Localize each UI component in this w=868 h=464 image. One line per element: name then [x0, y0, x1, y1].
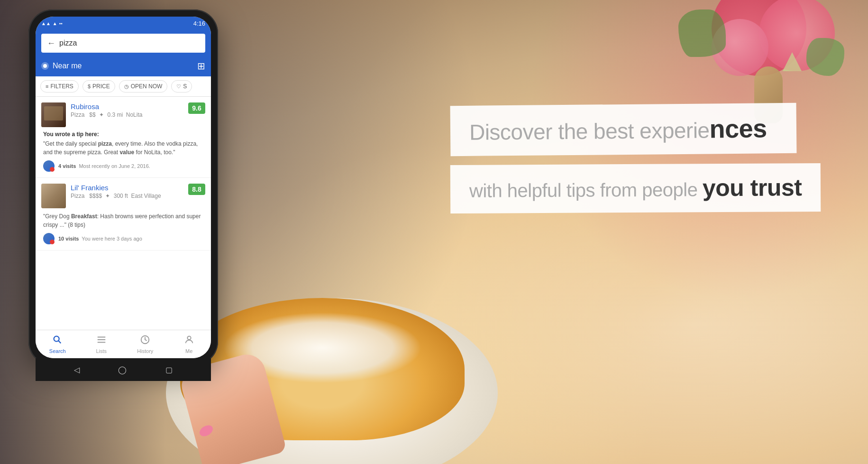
android-home-btn[interactable]: ◯ [118, 365, 127, 374]
filter-chip-price[interactable]: $ PRICE [82, 80, 115, 93]
status-time: 4:16 [193, 20, 205, 27]
history-nav-label: History [137, 348, 153, 354]
phone-screen: ▲▲ ▲ ▪▪ 4:16 ← pizza [36, 17, 211, 358]
nav-item-me[interactable]: Me [167, 330, 211, 358]
restaurant-score-1: 9.6 [188, 102, 205, 114]
restaurant-name-1: Rubirosa [71, 102, 183, 111]
phone-mockup: ▲▲ ▲ ▪▪ 4:16 ← pizza [28, 9, 218, 370]
restaurant-thumbnail-1 [41, 102, 66, 127]
tip-text-2: "Grey Dog Breakfast: Hash browns were pe… [43, 212, 203, 229]
restaurant-thumbnail-2 [41, 184, 66, 208]
android-recents-btn[interactable]: ▢ [165, 365, 173, 374]
restaurant-item-lil-frankies[interactable]: Lil' Frankies Pizza $$$$ ✦ 300 ft East V… [36, 178, 211, 251]
clock-icon: ◷ [124, 84, 129, 90]
restaurant-info-2: Lil' Frankies Pizza $$$$ ✦ 300 ft East V… [71, 184, 183, 199]
android-back-btn[interactable]: ◁ [74, 365, 80, 374]
history-nav-icon [140, 334, 150, 347]
restaurant-meta-1: Pizza $$ ✦ 0.3 mi NoLita [71, 111, 183, 118]
back-arrow-icon[interactable]: ← [47, 38, 55, 48]
nav-item-history[interactable]: History [123, 330, 167, 358]
tagline-line-1: Discover the best experiences [469, 113, 777, 146]
tagline-box-2: with helpful tips from people you trust [450, 163, 821, 213]
battery-icon: ▪▪ [59, 21, 63, 26]
status-bar: ▲▲ ▲ ▪▪ 4:16 [36, 17, 211, 30]
svg-line-1 [59, 341, 61, 343]
map-view-icon[interactable]: ⊞ [197, 60, 205, 72]
visit-info-2: 10 visits You were here 3 days ago [43, 233, 203, 244]
signal-icon: ▲▲ [41, 21, 51, 26]
search-query-text: pizza [59, 39, 77, 47]
tagline-box-1: Discover the best experiences [450, 103, 796, 156]
me-nav-label: Me [185, 348, 192, 354]
restaurant-info-1: Rubirosa Pizza $$ ✦ 0.3 mi NoLita [71, 102, 183, 118]
search-nav-label: Search [49, 348, 66, 354]
tip-label-1: You wrote a tip here: [43, 131, 203, 138]
tagline-container: Discover the best experiences with helpf… [450, 104, 821, 213]
price-icon: $ [88, 84, 91, 89]
nav-item-lists[interactable]: Lists [80, 330, 124, 358]
phone-body: ▲▲ ▲ ▪▪ 4:16 ← pizza [28, 9, 218, 365]
lists-nav-label: Lists [96, 348, 107, 354]
tagline-line-2: with helpful tips from people you trust [469, 174, 802, 203]
location-bar[interactable]: Near me ⊞ [36, 56, 211, 76]
filter-bar: ≡ FILTERS $ PRICE ◷ OPEN NOW ♡ S [36, 76, 211, 97]
filter-chip-filters[interactable]: ≡ FILTERS [40, 80, 79, 93]
filter-chip-saved[interactable]: ♡ S [171, 80, 192, 93]
visit-avatar-2 [43, 233, 55, 244]
results-list: Rubirosa Pizza $$ ✦ 0.3 mi NoLita [36, 97, 211, 358]
bottom-navigation: Search Lists [36, 330, 211, 358]
lists-nav-icon [96, 334, 107, 347]
svg-point-6 [187, 336, 191, 340]
me-nav-icon [184, 334, 194, 347]
nav-item-search[interactable]: Search [36, 330, 80, 358]
svg-point-0 [54, 336, 59, 342]
tip-section-2: "Grey Dog Breakfast: Hash browns were pe… [41, 212, 205, 244]
restaurant-name-2: Lil' Frankies [71, 184, 183, 192]
wifi-icon: ▲ [53, 21, 57, 26]
filter-chip-open-now[interactable]: ◷ OPEN NOW [119, 80, 168, 93]
filters-icon: ≡ [46, 84, 48, 89]
search-bar[interactable]: ← pizza [36, 30, 211, 56]
search-nav-icon [52, 334, 63, 347]
visit-info-1: 4 visits Most recently on June 2, 2016. [43, 160, 203, 172]
location-dot-icon [41, 62, 49, 70]
search-input-box[interactable]: ← pizza [41, 34, 205, 53]
bookmark-icon: ♡ [176, 84, 181, 90]
restaurant-score-2: 8.8 [188, 184, 205, 195]
restaurant-meta-2: Pizza $$$$ ✦ 300 ft East Village [71, 193, 183, 199]
visit-avatar-1 [43, 160, 55, 172]
android-nav-bar: ◁ ◯ ▢ [36, 358, 211, 381]
location-label: Near me [53, 62, 82, 70]
location-left: Near me [41, 62, 82, 70]
tip-section-1: You wrote a tip here: "Get the daily spe… [41, 131, 205, 172]
restaurant-item-rubirosa[interactable]: Rubirosa Pizza $$ ✦ 0.3 mi NoLita [36, 97, 211, 178]
tip-text-1: "Get the daily special pizza, every time… [43, 139, 203, 157]
status-icons: ▲▲ ▲ ▪▪ [41, 21, 63, 26]
